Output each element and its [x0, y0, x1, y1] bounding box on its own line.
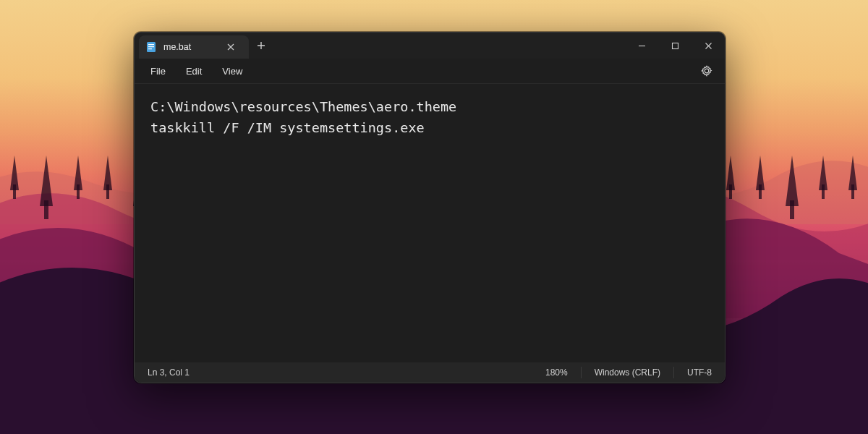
editor-line: C:\Windows\resources\Themes\aero.theme [150, 99, 456, 114]
new-tab-button[interactable] [249, 33, 273, 59]
titlebar[interactable]: me.bat [135, 33, 725, 59]
plus-icon [257, 41, 265, 50]
close-window-button[interactable] [692, 33, 725, 59]
text-editor[interactable]: C:\Windows\resources\Themes\aero.theme t… [135, 84, 725, 362]
close-icon [705, 42, 712, 50]
menu-file[interactable]: File [142, 63, 174, 80]
maximize-icon [671, 42, 679, 50]
svg-rect-1 [148, 44, 154, 45]
maximize-button[interactable] [658, 33, 692, 59]
editor-line: taskkill /F /IM systemsettings.exe [150, 120, 425, 135]
status-line-ending[interactable]: Windows (CRLF) [582, 362, 673, 383]
notepad-window: me.bat File Edit View [134, 32, 726, 383]
status-zoom[interactable]: 180% [532, 362, 581, 383]
gear-icon [701, 65, 712, 77]
settings-button[interactable] [696, 60, 718, 82]
desktop-wallpaper: me.bat File Edit View [0, 0, 868, 434]
menubar: File Edit View [135, 59, 725, 84]
document-icon [146, 41, 156, 53]
minimize-button[interactable] [625, 33, 658, 59]
status-encoding[interactable]: UTF-8 [674, 362, 725, 383]
tab-close-button[interactable] [223, 39, 239, 55]
menu-edit[interactable]: Edit [177, 63, 210, 80]
tab-active[interactable]: me.bat [139, 35, 249, 59]
svg-rect-2 [148, 46, 154, 47]
statusbar: Ln 3, Col 1 180% Windows (CRLF) UTF-8 [135, 362, 725, 383]
close-icon [227, 43, 234, 51]
tab-title: me.bat [163, 42, 191, 52]
menu-view[interactable]: View [213, 63, 251, 80]
status-cursor-position[interactable]: Ln 3, Col 1 [135, 362, 203, 383]
minimize-icon [638, 42, 646, 50]
svg-rect-4 [672, 43, 678, 48]
svg-rect-3 [148, 48, 152, 49]
